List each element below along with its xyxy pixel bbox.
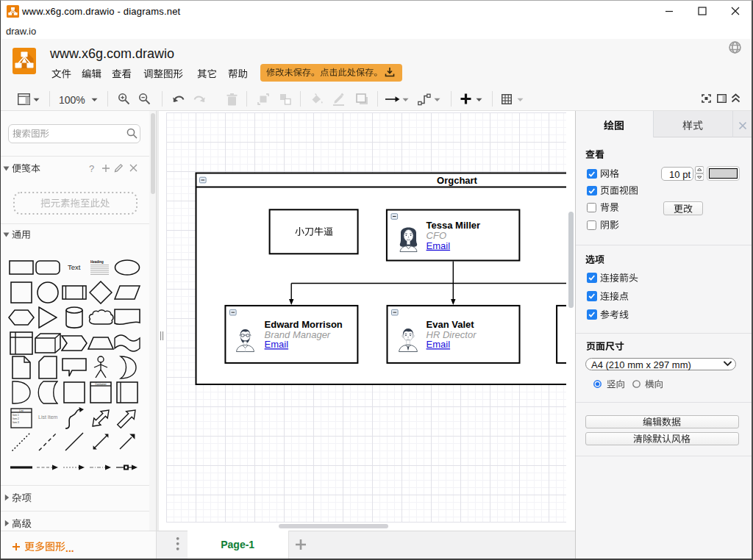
svg-text:Item 3: Item 3 [13, 420, 19, 423]
svg-text:Item 2: Item 2 [13, 417, 19, 420]
svg-text:Evan Valet: Evan Valet [427, 319, 475, 330]
svg-text:Edward Morrison: Edward Morrison [265, 319, 343, 330]
svg-text:Heading: Heading [90, 260, 104, 264]
svg-text:Tessa Miller: Tessa Miller [427, 220, 480, 231]
svg-text:Email: Email [427, 339, 451, 350]
svg-text:Container: Container [95, 382, 107, 385]
svg-text:Email: Email [427, 240, 451, 251]
svg-text:Orgchart: Orgchart [437, 175, 478, 186]
svg-text:Email: Email [265, 339, 289, 350]
svg-text:Item 1: Item 1 [13, 413, 19, 416]
svg-text:List: List [19, 409, 23, 412]
